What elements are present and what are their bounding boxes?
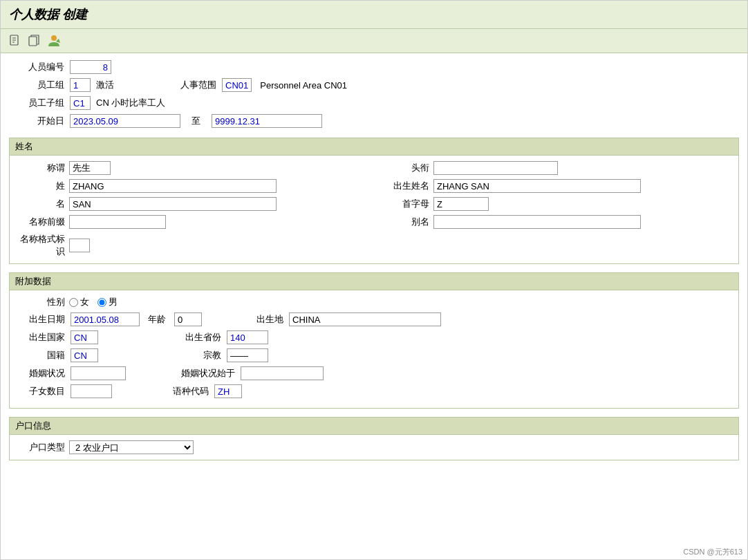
- birth-province-input[interactable]: [227, 330, 268, 344]
- personnel-number-row: 人员编号: [9, 60, 739, 74]
- birth-name-input[interactable]: [433, 179, 641, 193]
- svg-marker-6: [56, 39, 60, 43]
- hukou-section: 户口信息 户口类型 1 城镇户口 2 农业户口 3 其他: [9, 417, 739, 460]
- employee-group-label: 员工组: [9, 79, 64, 91]
- employee-subgroup-row: 员工子组 CN 小时比率工人: [9, 96, 739, 110]
- last-name-label: 姓: [17, 180, 65, 192]
- gender-female-radio[interactable]: [69, 298, 78, 307]
- dob-input[interactable]: [71, 312, 140, 326]
- additional-section-body: 性别 女 男 出生日期: [10, 290, 738, 408]
- marital-since-input[interactable]: [241, 366, 324, 380]
- employee-subgroup-label: 员工子组: [9, 97, 64, 109]
- gender-female-label: 女: [80, 296, 89, 308]
- children-label: 子女数目: [17, 385, 65, 398]
- additional-section: 附加数据 性别 女 男: [9, 272, 739, 409]
- name-format-row: 名称格式标识: [17, 233, 731, 258]
- hukou-type-label: 户口类型: [17, 441, 65, 454]
- name-format-input[interactable]: [69, 239, 90, 252]
- birth-country-row: 出生国家 出生省份: [17, 330, 731, 344]
- birthplace-input[interactable]: [289, 312, 441, 326]
- initials-row: 首字母: [381, 197, 731, 211]
- employee-group-input[interactable]: [70, 78, 91, 92]
- personnel-area-name: Personnel Area CN01: [260, 80, 347, 91]
- personnel-number-label: 人员编号: [9, 61, 64, 73]
- gender-male-radio[interactable]: [97, 298, 106, 307]
- employee-group-status: 激活: [96, 79, 114, 91]
- to-label: 至: [191, 115, 200, 127]
- marital-input[interactable]: [71, 366, 126, 380]
- gender-row: 性别 女 男: [17, 296, 731, 308]
- religion-label: 宗教: [173, 349, 221, 362]
- salutation-label: 称谓: [17, 162, 65, 174]
- first-name-row: 名: [17, 197, 367, 211]
- hukou-section-header: 户口信息: [10, 418, 738, 435]
- initials-input[interactable]: [433, 197, 489, 211]
- children-input[interactable]: [71, 384, 112, 398]
- initials-label: 首字母: [381, 198, 429, 210]
- start-date-input[interactable]: [70, 114, 180, 128]
- nickname-label: 别名: [381, 216, 429, 228]
- birth-province-label: 出生省份: [173, 331, 221, 344]
- hukou-type-select[interactable]: 1 城镇户口 2 农业户口 3 其他: [69, 440, 194, 454]
- birth-country-label: 出生国家: [17, 331, 65, 344]
- personnel-number-input[interactable]: [70, 60, 111, 74]
- hukou-section-body: 户口类型 1 城镇户口 2 农业户口 3 其他: [10, 435, 738, 460]
- start-date-label: 开始日: [9, 115, 64, 127]
- end-date-input[interactable]: [212, 114, 322, 128]
- last-name-input[interactable]: [69, 179, 277, 193]
- employee-subgroup-input[interactable]: [70, 96, 91, 110]
- birth-name-label: 出生姓名: [381, 180, 429, 192]
- toolbar-icon-1[interactable]: [8, 33, 23, 48]
- gender-radio-group: 女 男: [69, 296, 118, 308]
- name-prefix-row: 名称前缀: [17, 215, 367, 229]
- employee-group-row: 员工组 激活 人事范围 CN01 Personnel Area CN01: [9, 78, 739, 92]
- hukou-type-row: 户口类型 1 城镇户口 2 农业户口 3 其他: [17, 440, 731, 454]
- dob-row: 出生日期 年龄 出生地: [17, 312, 731, 326]
- marital-row: 婚姻状况 婚姻状况始于: [17, 366, 731, 380]
- svg-point-5: [51, 35, 57, 41]
- salutation-input[interactable]: [69, 161, 111, 175]
- toolbar: [1, 29, 747, 53]
- name-section: 姓名 称谓 头衔 姓: [9, 138, 739, 264]
- language-label: 语种代码: [160, 385, 209, 398]
- marital-since-label: 婚姻状况始于: [173, 367, 235, 380]
- religion-input[interactable]: [227, 348, 268, 362]
- first-name-input[interactable]: [69, 197, 277, 211]
- nationality-input[interactable]: [71, 348, 98, 362]
- personnel-area-code: CN01: [222, 78, 252, 92]
- name-section-header: 姓名: [10, 138, 738, 156]
- date-row: 开始日 至: [9, 114, 739, 128]
- salutation-row: 称谓: [17, 161, 367, 175]
- name-prefix-label: 名称前缀: [17, 216, 65, 228]
- name-section-body: 称谓 头衔 姓 出生姓名: [10, 156, 738, 263]
- age-input[interactable]: [174, 312, 202, 326]
- title-input[interactable]: [433, 161, 558, 175]
- svg-rect-4: [29, 37, 37, 46]
- toolbar-icon-2[interactable]: [27, 33, 42, 48]
- nationality-label: 国籍: [17, 349, 65, 362]
- last-name-row: 姓: [17, 179, 367, 193]
- gender-label: 性别: [17, 296, 65, 308]
- children-row: 子女数目 语种代码: [17, 384, 731, 398]
- watermark: CSDN @元芳613: [683, 547, 742, 557]
- age-label: 年龄: [145, 313, 169, 326]
- dob-label: 出生日期: [17, 313, 65, 326]
- gender-male-option[interactable]: 男: [97, 296, 118, 308]
- gender-male-label: 男: [109, 296, 118, 308]
- birthplace-label: 出生地: [235, 313, 283, 326]
- first-name-label: 名: [17, 198, 65, 210]
- header-fields: 人员编号 员工组 激活 人事范围 CN01 Personnel Area CN0…: [9, 60, 739, 128]
- title-row: 头衔: [381, 161, 731, 175]
- language-input[interactable]: [214, 384, 242, 398]
- gender-female-option[interactable]: 女: [69, 296, 89, 308]
- birth-name-row: 出生姓名: [381, 179, 731, 193]
- toolbar-icon-3[interactable]: [46, 33, 62, 48]
- employee-subgroup-desc: CN 小时比率工人: [96, 97, 165, 109]
- nickname-row: 别名: [381, 215, 731, 229]
- name-prefix-input[interactable]: [69, 215, 166, 229]
- name-format-label: 名称格式标识: [17, 233, 65, 258]
- personnel-area-label: 人事范围: [161, 79, 216, 91]
- nationality-row: 国籍 宗教: [17, 348, 731, 362]
- nickname-input[interactable]: [433, 215, 641, 229]
- birth-country-input[interactable]: [71, 330, 98, 344]
